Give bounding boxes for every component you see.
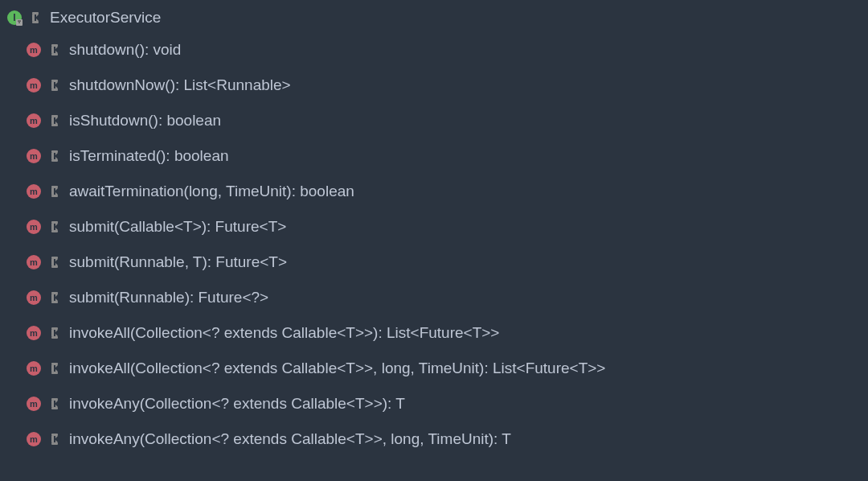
method-row[interactable]: msubmit(Callable<T>): Future<T> <box>5 209 863 245</box>
method-icon: m <box>26 148 42 164</box>
method-icon: m <box>26 254 42 270</box>
svg-rect-31 <box>51 195 58 197</box>
abstract-icon <box>48 220 61 233</box>
svg-rect-6 <box>32 21 39 23</box>
method-icon: m <box>26 290 42 306</box>
svg-text:m: m <box>30 187 38 196</box>
svg-rect-42 <box>51 259 54 265</box>
svg-rect-22 <box>51 117 54 124</box>
method-row[interactable]: msubmit(Runnable, T): Future<T> <box>5 245 863 280</box>
svg-rect-32 <box>51 188 54 195</box>
svg-rect-67 <box>51 436 54 442</box>
svg-rect-21 <box>51 124 58 126</box>
svg-rect-40 <box>51 257 58 259</box>
method-icon: m <box>26 219 42 235</box>
svg-text:m: m <box>30 293 38 302</box>
svg-rect-10 <box>51 44 58 47</box>
abstract-icon <box>48 43 61 56</box>
svg-text:m: m <box>30 80 38 90</box>
svg-text:m: m <box>30 45 38 55</box>
method-signature: shutdownNow(): List<Runnable> <box>69 76 291 94</box>
method-signature: submit(Callable<T>): Future<T> <box>69 218 286 236</box>
svg-text:m: m <box>30 328 38 338</box>
svg-rect-41 <box>51 265 58 268</box>
svg-rect-27 <box>51 153 54 159</box>
method-row[interactable]: msubmit(Runnable): Future<?> <box>5 280 863 315</box>
svg-rect-3 <box>18 21 21 22</box>
method-icon: m <box>26 113 42 129</box>
svg-rect-50 <box>51 327 58 330</box>
svg-rect-7 <box>32 14 35 21</box>
svg-rect-61 <box>51 407 58 409</box>
method-row[interactable]: mawaitTermination(long, TimeUnit): boole… <box>5 174 863 209</box>
abstract-icon <box>48 397 61 410</box>
method-signature: submit(Runnable): Future<?> <box>69 289 268 306</box>
method-row[interactable]: mshutdown(): void <box>5 32 863 68</box>
svg-rect-16 <box>51 88 58 91</box>
method-row[interactable]: misTerminated(): boolean <box>5 138 863 174</box>
method-signature: shutdown(): void <box>69 41 181 59</box>
method-icon: m <box>26 431 42 447</box>
method-icon: m <box>26 42 42 58</box>
svg-text:m: m <box>30 257 38 267</box>
svg-rect-62 <box>51 401 54 407</box>
svg-rect-35 <box>51 221 58 224</box>
interface-icon: I <box>6 10 23 26</box>
svg-rect-60 <box>51 398 58 401</box>
svg-rect-36 <box>51 230 58 232</box>
svg-rect-65 <box>51 434 58 436</box>
abstract-icon <box>29 11 42 24</box>
svg-text:m: m <box>30 151 38 161</box>
abstract-icon <box>48 291 61 304</box>
svg-rect-26 <box>51 159 58 162</box>
svg-rect-56 <box>51 372 58 374</box>
svg-text:I: I <box>13 12 15 23</box>
method-icon: m <box>26 360 42 376</box>
svg-rect-37 <box>51 224 54 230</box>
abstract-icon <box>48 327 61 339</box>
interface-name: ExecutorService <box>50 9 161 27</box>
method-signature: invokeAny(Collection<? extends Callable<… <box>69 395 405 413</box>
svg-rect-5 <box>32 12 39 14</box>
svg-rect-20 <box>51 115 58 117</box>
abstract-icon <box>48 79 61 92</box>
svg-rect-12 <box>51 47 54 53</box>
method-icon: m <box>26 77 42 93</box>
method-signature: isTerminated(): boolean <box>69 147 229 165</box>
svg-rect-66 <box>51 442 58 445</box>
abstract-icon <box>48 433 61 446</box>
svg-rect-55 <box>51 363 58 365</box>
method-icon: m <box>26 396 42 412</box>
method-signature: submit(Runnable, T): Future<T> <box>69 253 287 271</box>
svg-rect-15 <box>51 80 58 82</box>
method-row[interactable]: misShutdown(): boolean <box>5 103 863 138</box>
method-row[interactable]: minvokeAny(Collection<? extends Callable… <box>5 386 863 421</box>
svg-text:m: m <box>30 222 38 232</box>
abstract-icon <box>48 185 61 198</box>
method-row[interactable]: minvokeAll(Collection<? extends Callable… <box>5 315 863 351</box>
method-signature: invokeAll(Collection<? extends Callable<… <box>69 324 499 342</box>
svg-rect-46 <box>51 301 58 303</box>
interface-row[interactable]: I ExecutorService <box>5 3 863 32</box>
method-signature: invokeAny(Collection<? extends Callable<… <box>69 430 511 448</box>
method-icon: m <box>26 325 42 341</box>
abstract-icon <box>48 362 61 375</box>
method-signature: awaitTermination(long, TimeUnit): boolea… <box>69 183 354 200</box>
svg-rect-47 <box>51 294 54 301</box>
svg-rect-45 <box>51 292 58 294</box>
method-row[interactable]: minvokeAny(Collection<? extends Callable… <box>5 421 863 457</box>
method-row[interactable]: minvokeAll(Collection<? extends Callable… <box>5 351 863 386</box>
svg-rect-17 <box>51 82 54 88</box>
svg-rect-4 <box>18 23 20 23</box>
svg-rect-52 <box>51 330 54 336</box>
method-signature: isShutdown(): boolean <box>69 112 221 130</box>
svg-rect-25 <box>51 150 58 153</box>
abstract-icon <box>48 150 61 162</box>
svg-text:m: m <box>30 364 38 373</box>
abstract-icon <box>48 114 61 127</box>
method-icon: m <box>26 183 42 199</box>
method-row[interactable]: mshutdownNow(): List<Runnable> <box>5 68 863 103</box>
svg-rect-11 <box>51 53 58 56</box>
svg-text:m: m <box>30 399 38 409</box>
svg-rect-30 <box>51 186 58 188</box>
